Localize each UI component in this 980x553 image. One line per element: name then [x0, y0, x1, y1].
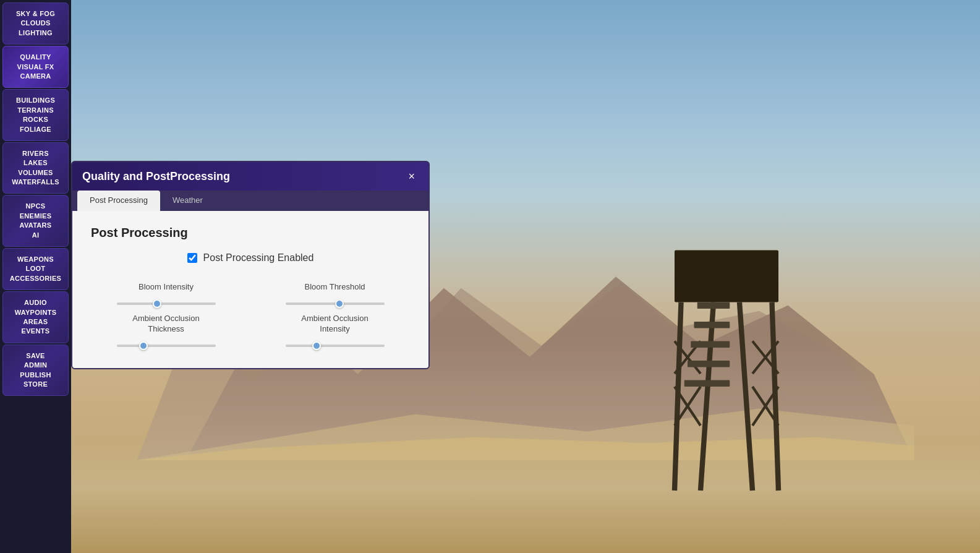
svg-rect-21 — [684, 380, 730, 387]
post-processing-checkbox-label[interactable]: Post Processing Enabled — [203, 252, 314, 264]
svg-line-7 — [739, 302, 752, 491]
bloom-intensity-group: Bloom Intensity — [91, 282, 241, 301]
svg-line-6 — [701, 302, 714, 491]
sidebar-item-sky-fog[interactable]: SKY & FOG CLOUDS LIGHTING — [2, 2, 69, 45]
modal-title: Quality and PostProcessing — [82, 170, 230, 183]
sidebar-item-save[interactable]: SAVE ADMIN PUBLISH STORE — [2, 345, 69, 397]
sidebar-item-rivers[interactable]: RIVERS LAKES VOLUMES WATERFALLS — [2, 142, 69, 194]
sidebar: SKY & FOG CLOUDS LIGHTING QUALITY VISUAL… — [0, 0, 71, 553]
bloom-intensity-slider[interactable] — [117, 302, 216, 305]
ambient-occlusion-thickness-slider[interactable] — [117, 345, 216, 347]
svg-rect-17 — [697, 302, 730, 309]
svg-rect-4 — [675, 251, 778, 302]
sliders-grid: Bloom Intensity Bloom Threshold Ambient … — [91, 282, 410, 343]
bloom-threshold-group: Bloom Threshold — [260, 282, 410, 301]
modal-tabs: Post Processing Weather — [72, 191, 428, 211]
svg-rect-20 — [688, 361, 730, 367]
modal-body: Post Processing Post Processing Enabled … — [72, 211, 428, 368]
ambient-occlusion-thickness-group: Ambient Occlusion Thickness — [91, 314, 241, 343]
sidebar-item-buildings[interactable]: BUILDINGS TERRAINS ROCKS FOLIAGE — [2, 89, 69, 141]
ambient-occlusion-intensity-label: Ambient Occlusion Intensity — [301, 314, 368, 335]
post-processing-enabled-row: Post Processing Enabled — [91, 252, 410, 264]
svg-rect-19 — [691, 341, 730, 348]
ambient-occlusion-intensity-track — [286, 338, 385, 343]
ambient-occlusion-intensity-group: Ambient Occlusion Intensity — [260, 314, 410, 343]
modal-header: Quality and PostProcessing × — [72, 162, 428, 191]
modal-close-button[interactable]: × — [404, 169, 419, 183]
modal-quality-post-processing: Quality and PostProcessing × Post Proces… — [71, 161, 430, 369]
bloom-threshold-label: Bloom Threshold — [304, 282, 365, 293]
tower-structure — [658, 244, 795, 504]
section-title: Post Processing — [91, 226, 410, 240]
sidebar-item-weapons[interactable]: WEAPONS LOOT ACCESSORIES — [2, 248, 69, 290]
sidebar-item-audio[interactable]: AUDIO WAYPOINTS AREAS EVENTS — [2, 291, 69, 343]
sidebar-item-npcs[interactable]: NPCS ENEMIES AVATARS AI — [2, 195, 69, 247]
svg-rect-18 — [694, 322, 730, 328]
ambient-occlusion-intensity-slider[interactable] — [286, 345, 385, 347]
ambient-occlusion-thickness-label: Ambient Occlusion Thickness — [132, 314, 199, 335]
post-processing-checkbox[interactable] — [187, 253, 197, 263]
sidebar-item-quality[interactable]: QUALITY VISUAL FX CAMERA — [2, 46, 69, 88]
bloom-intensity-label: Bloom Intensity — [138, 282, 194, 293]
ambient-occlusion-thickness-track — [117, 338, 216, 343]
bloom-threshold-slider[interactable] — [286, 302, 385, 305]
tab-post-processing[interactable]: Post Processing — [77, 191, 160, 211]
bloom-threshold-track — [286, 296, 385, 301]
bloom-intensity-track — [117, 296, 216, 301]
tab-weather[interactable]: Weather — [160, 191, 215, 211]
